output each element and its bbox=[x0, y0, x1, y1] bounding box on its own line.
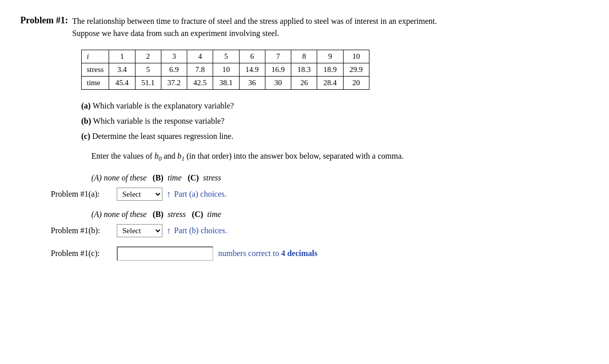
decimals-note: numbers correct to 4 decimals bbox=[218, 249, 318, 258]
choices-a-none: (A) none of these bbox=[91, 173, 151, 182]
answer-a-select[interactable]: Select A B C bbox=[117, 188, 162, 201]
cell-time-2: 51.1 bbox=[135, 77, 161, 90]
question-a-text: Which variable is the explanatory variab… bbox=[92, 101, 234, 110]
cell-time-7: 30 bbox=[265, 77, 291, 90]
question-a: (a) Which variable is the explanatory va… bbox=[81, 100, 589, 112]
arrow-b-icon[interactable]: ↑ bbox=[166, 226, 171, 236]
choices-b-none: (A) none of these bbox=[91, 210, 151, 219]
header-i: i bbox=[82, 50, 109, 63]
question-a-label: (a) bbox=[81, 101, 91, 110]
cell-i-10: 10 bbox=[343, 50, 369, 63]
question-c-label: (c) bbox=[81, 132, 90, 140]
cell-i-3: 3 bbox=[161, 50, 187, 63]
cell-stress-8: 18.3 bbox=[291, 63, 317, 77]
question-c: (c) Determine the least squares regressi… bbox=[81, 130, 589, 142]
data-table: i 1 2 3 4 5 6 7 8 9 10 stress 3.4 5 6.9 … bbox=[81, 50, 369, 90]
decimals-note-prefix: numbers correct to bbox=[218, 249, 281, 258]
cell-time-9: 28.4 bbox=[317, 77, 343, 90]
problem-desc-line2: Suppose we have data from such an experi… bbox=[72, 29, 279, 38]
question-b: (b) Which variable is the response varia… bbox=[81, 115, 589, 127]
cell-i-2: 2 bbox=[135, 50, 161, 63]
choices-a-b-text: time bbox=[165, 173, 186, 182]
question-b-label: (b) bbox=[81, 117, 91, 125]
cell-i-4: 4 bbox=[187, 50, 213, 63]
problem-header: Problem #1: The relationship between tim… bbox=[20, 15, 579, 40]
cell-time-3: 37.2 bbox=[161, 77, 187, 90]
cell-i-5: 5 bbox=[213, 50, 239, 63]
decimals-bold: 4 decimals bbox=[281, 249, 318, 258]
cell-stress-5: 10 bbox=[213, 63, 239, 77]
answer-a-label: Problem #1(a): bbox=[51, 190, 117, 199]
answer-b-label: Problem #1(b): bbox=[51, 226, 117, 235]
cell-time-8: 26 bbox=[291, 77, 317, 90]
data-table-wrapper: i 1 2 3 4 5 6 7 8 9 10 stress 3.4 5 6.9 … bbox=[81, 50, 589, 90]
cell-i-6: 6 bbox=[239, 50, 265, 63]
answer-row-c: Problem #1(c): numbers correct to 4 deci… bbox=[51, 246, 589, 261]
question-b-text: Which variable is the response variable? bbox=[93, 117, 224, 125]
enter-values-instruction: Enter the values of b0 and b1 (in that o… bbox=[91, 150, 589, 163]
cell-time-6: 36 bbox=[239, 77, 265, 90]
cell-stress-6: 14.9 bbox=[239, 63, 265, 77]
header-stress: stress bbox=[82, 63, 109, 77]
answer-row-a: Problem #1(a): Select A B C ↑ Part (a) c… bbox=[51, 188, 589, 201]
cell-stress-7: 16.9 bbox=[265, 63, 291, 77]
problem-title: Problem #1: bbox=[20, 15, 68, 26]
cell-time-1: 45.4 bbox=[109, 77, 135, 90]
questions-section: (a) Which variable is the explanatory va… bbox=[81, 100, 589, 142]
header-time: time bbox=[82, 77, 109, 90]
cell-i-7: 7 bbox=[265, 50, 291, 63]
answer-c-label: Problem #1(c): bbox=[51, 249, 117, 258]
cell-stress-9: 18.9 bbox=[317, 63, 343, 77]
answer-row-b: Problem #1(b): Select A B C ↑ Part (b) c… bbox=[51, 224, 589, 237]
choices-a-c-label: (C) bbox=[188, 173, 199, 182]
choices-b-c-text: time bbox=[205, 210, 221, 219]
answer-b-select[interactable]: Select A B C bbox=[117, 224, 162, 237]
b1-symbol: b1 bbox=[178, 152, 185, 160]
choices-b-b-text: stress bbox=[165, 210, 190, 219]
choices-a-b-label: (B) bbox=[153, 173, 163, 182]
cell-stress-3: 6.9 bbox=[161, 63, 187, 77]
cell-i-8: 8 bbox=[291, 50, 317, 63]
choices-b-line: (A) none of these (B) stress (C) time bbox=[91, 210, 589, 219]
problem-description: The relationship between time to fractur… bbox=[72, 15, 437, 40]
cell-time-10: 20 bbox=[343, 77, 369, 90]
choices-a-link[interactable]: Part (a) choices. bbox=[174, 190, 227, 199]
question-c-text: Determine the least squares regression l… bbox=[92, 132, 233, 140]
cell-stress-10: 29.9 bbox=[343, 63, 369, 77]
cell-stress-1: 3.4 bbox=[109, 63, 135, 77]
cell-time-5: 38.1 bbox=[213, 77, 239, 90]
choices-b-link[interactable]: Part (b) choices. bbox=[174, 226, 227, 235]
problem-desc-line1: The relationship between time to fractur… bbox=[72, 17, 437, 25]
cell-stress-4: 7.8 bbox=[187, 63, 213, 77]
choices-b-c-label: (C) bbox=[192, 210, 203, 219]
cell-i-9: 9 bbox=[317, 50, 343, 63]
cell-i-1: 1 bbox=[109, 50, 135, 63]
choices-b-b-label: (B) bbox=[153, 210, 163, 219]
cell-time-4: 42.5 bbox=[187, 77, 213, 90]
cell-stress-2: 5 bbox=[135, 63, 161, 77]
choices-a-line: (A) none of these (B) time (C) stress bbox=[91, 173, 589, 183]
choices-a-c-text: stress bbox=[201, 173, 221, 182]
arrow-a-icon[interactable]: ↑ bbox=[166, 189, 171, 200]
answer-c-input[interactable] bbox=[117, 246, 213, 261]
b0-symbol: b0 bbox=[154, 152, 161, 160]
